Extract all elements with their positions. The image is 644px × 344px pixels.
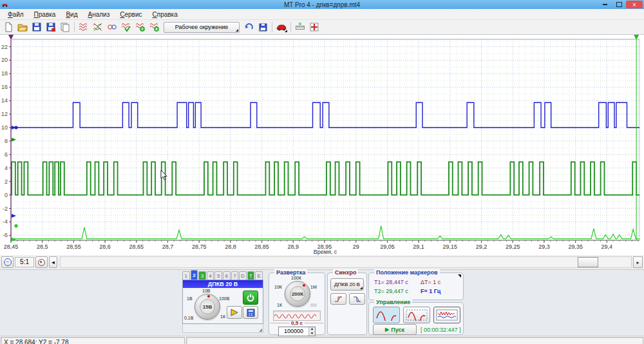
mode-single-button[interactable] <box>373 307 400 323</box>
channel-tab-2[interactable]: 2 <box>191 270 198 280</box>
svg-text:28,8: 28,8 <box>225 244 236 250</box>
save-as-button[interactable] <box>44 21 58 33</box>
car-button[interactable] <box>274 21 289 33</box>
plot-area[interactable]: 28,4528,528,5528,628,6528,728,7528,828,8… <box>0 35 644 255</box>
channel-tab-1[interactable]: 1 <box>182 271 190 280</box>
channel-tab-E[interactable]: E <box>255 271 263 280</box>
sweep-time-row: 0,5 с <box>270 320 323 326</box>
resize-grip-icon <box>259 329 262 332</box>
sweep-label-1m: 1М <box>310 285 317 289</box>
svg-text:10: 10 <box>1 124 8 131</box>
title-bar[interactable]: MT Pro 4 - дпкв=дпрв.mt4 × <box>0 0 644 9</box>
status-bar: X = 28,684; Y2 = -7,78 <box>0 336 644 344</box>
wave-load-button[interactable] <box>133 21 147 33</box>
svg-text:28,75: 28,75 <box>192 244 207 250</box>
control-panels: 1234567DTE ДПКВ 20 В 10В 100В 1К 0,1В 1В… <box>0 270 644 336</box>
marker-values: T1= 28,447 с ΔT= 1 с T2= 29,447 с F= 1 Г… <box>374 278 459 296</box>
svg-text:20: 20 <box>1 57 8 63</box>
wave-loop-button[interactable] <box>105 21 119 33</box>
export-button[interactable] <box>58 21 72 33</box>
svg-text:-2: -2 <box>3 205 8 212</box>
plot-scrollbar-thumb[interactable] <box>578 257 598 267</box>
menu-item-analysis[interactable]: Анализ <box>82 10 115 19</box>
close-button[interactable]: × <box>626 1 643 8</box>
menu-item-file[interactable]: Файл <box>3 10 29 19</box>
mode-frame-button[interactable] <box>403 307 430 323</box>
crosshair-icon <box>309 22 319 32</box>
knob-indicator-dot <box>303 284 305 287</box>
channel-tab-5[interactable]: 5 <box>214 271 222 280</box>
menu-item-help[interactable]: Справка <box>147 10 183 19</box>
channel-power-button[interactable] <box>243 291 258 305</box>
toolbar-separator <box>74 22 75 32</box>
power-icon <box>246 293 255 302</box>
gain-knob[interactable]: 10В 100В 1К 0,1В 1В 15В <box>184 289 229 322</box>
ruler-button[interactable] <box>293 21 307 33</box>
sweep-knob[interactable]: 100К 1М 6М 1К 10К 200К <box>274 276 319 309</box>
channel-tab-6[interactable]: 6 <box>223 271 231 280</box>
rising-edge-button[interactable] <box>330 293 346 305</box>
channel-tab-T[interactable]: T <box>247 271 255 280</box>
markers-panel: Положение маркеров T1= 28,447 с ΔT= 1 с … <box>368 272 464 300</box>
crosshair-button[interactable] <box>307 21 321 33</box>
svg-text:0: 0 <box>5 192 8 198</box>
trigger-edge-buttons <box>330 293 365 305</box>
recorder-wave-icon <box>436 309 458 321</box>
record-marker-button[interactable] <box>35 256 48 268</box>
channel-tab-D[interactable]: D <box>239 271 247 280</box>
wave-view-icon <box>79 22 89 32</box>
channel-autoset-button[interactable] <box>227 306 242 319</box>
channel-calculator-button[interactable] <box>243 306 258 319</box>
spinner-down-icon[interactable]: ▼ <box>309 332 315 336</box>
falling-edge-icon <box>352 295 363 303</box>
workspace-combo-label: Рабочее окружение <box>175 24 228 30</box>
menu-item-service[interactable]: Сервис <box>115 10 147 19</box>
wave-loop-icon <box>107 22 117 32</box>
start-row: ▶Пуск [ 00:00:32:447 ] <box>373 324 461 335</box>
wave-overlay-button[interactable] <box>91 21 105 33</box>
save-icon <box>32 22 42 32</box>
new-file-button[interactable] <box>1 21 15 33</box>
restore-button[interactable] <box>612 1 626 8</box>
svg-text:-6: -6 <box>3 232 8 238</box>
save-button[interactable] <box>30 21 44 33</box>
open-file-button[interactable] <box>15 21 30 33</box>
mode-recorder-button[interactable] <box>433 307 460 323</box>
svg-text:29,2: 29,2 <box>476 244 488 250</box>
svg-text:28,55: 28,55 <box>66 244 81 250</box>
plot-scrollbar-track[interactable] <box>60 256 632 268</box>
sweep-knob-value: 200К <box>290 286 305 301</box>
toolbar-separator <box>272 22 272 32</box>
svg-text:29,35: 29,35 <box>568 244 583 250</box>
undo-button[interactable] <box>242 21 256 33</box>
svg-text:22: 22 <box>1 44 8 50</box>
minimize-button[interactable] <box>598 1 612 8</box>
knob-indicator-dot <box>207 295 210 298</box>
wave-check-button[interactable] <box>119 21 133 33</box>
dropdown-corner-icon <box>285 30 287 32</box>
menu-item-view[interactable]: Вид <box>61 10 82 19</box>
channel-tab-3[interactable]: 3 <box>198 271 206 280</box>
channel-tab-4[interactable]: 4 <box>207 271 214 280</box>
start-button[interactable]: ▶Пуск <box>373 324 417 335</box>
falling-edge-button[interactable] <box>349 293 365 305</box>
zoom-out-button[interactable]: − <box>1 256 14 268</box>
scroll-left-button[interactable]: ◂ <box>49 256 57 268</box>
sync-source-button[interactable]: ДПКВ 20 В <box>330 278 364 291</box>
gain-label-100v: 100В <box>219 296 229 301</box>
dropdown-corner-icon <box>236 29 238 32</box>
wave-view-button[interactable] <box>77 21 91 33</box>
svg-text:28,9: 28,9 <box>288 244 299 250</box>
oscillogram[interactable]: 28,4528,528,5528,628,6528,728,7528,828,8… <box>0 35 644 255</box>
wave-sync-button[interactable] <box>147 21 162 33</box>
samples-spinner[interactable]: 100000 ▲▼ <box>278 327 316 336</box>
scroll-right-button[interactable]: ▸ <box>633 256 643 268</box>
toolbar-separator <box>290 22 291 32</box>
channel-tab-7[interactable]: 7 <box>231 271 239 280</box>
save-workspace-button[interactable] <box>256 21 270 33</box>
run-panel-title: Управление <box>374 299 412 305</box>
workspace-combo[interactable]: Рабочее окружение <box>164 22 240 33</box>
menu-item-edit[interactable]: Правка <box>29 10 61 19</box>
svg-text:29,15: 29,15 <box>443 244 458 250</box>
gain-knob-value: 15В <box>200 299 215 314</box>
